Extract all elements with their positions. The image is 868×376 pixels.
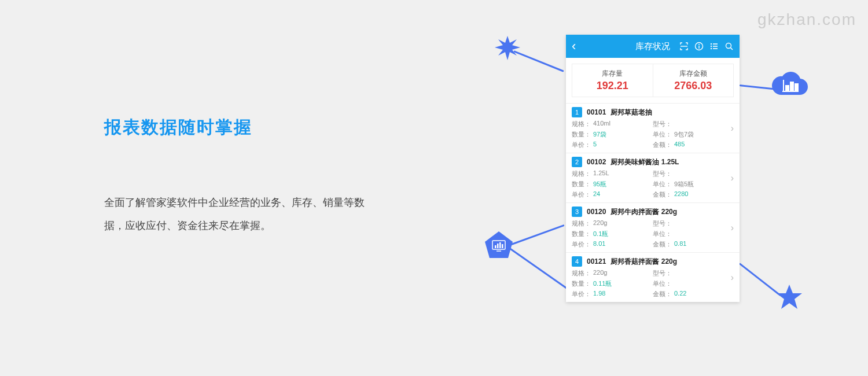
svg-line-25 [731, 48, 733, 50]
svg-point-18 [711, 43, 712, 45]
unit-label: 单位： [653, 130, 672, 139]
svg-rect-17 [698, 46, 699, 49]
summary-value: 2766.03 [653, 80, 734, 92]
phone-mockup: ‹ 库存状况 库存量 192.21 库存金额 2766.03 [566, 35, 740, 302]
amount-label: 金额： [653, 141, 672, 149]
watermark-text: gkzhan.com [757, 10, 856, 29]
spec-label: 规格： [572, 269, 591, 278]
price-label: 单价： [572, 190, 591, 199]
price-value: 5 [593, 141, 597, 149]
chevron-right-icon: › [731, 173, 734, 183]
amount-label: 金额： [653, 240, 672, 249]
summary-stock-qty: 库存量 192.21 [572, 64, 653, 97]
svg-rect-5 [795, 84, 798, 91]
summary-stock-amount: 库存金额 2766.03 [653, 64, 734, 97]
list-item[interactable]: 4 00121 厨邦香菇拌面酱 220g 规格：220g 型号： 数量：0.11… [566, 252, 740, 302]
chevron-right-icon: › [731, 123, 734, 134]
svg-rect-10 [497, 244, 499, 248]
svg-marker-13 [777, 285, 802, 309]
search-icon[interactable] [724, 42, 734, 51]
connector-line [510, 224, 565, 246]
scan-icon[interactable] [679, 42, 689, 51]
amount-value: 485 [674, 141, 685, 149]
list-item[interactable]: 3 00120 厨邦牛肉拌面酱 220g 规格：220g 型号： 数量：0.1瓶… [566, 202, 740, 252]
price-value: 8.01 [593, 240, 605, 249]
item-name: 厨邦草菇老抽 [610, 108, 652, 117]
summary-label: 库存量 [572, 69, 653, 79]
description: 全面了解管家婆软件中企业经营的业务、库存、销量等数据，应收应付、资金往来尽在掌握… [104, 191, 365, 237]
info-icon[interactable] [694, 42, 704, 51]
model-label: 型号： [653, 269, 672, 278]
spec-value: 1.25L [593, 169, 609, 178]
price-label: 单价： [572, 290, 591, 298]
list-icon[interactable] [709, 42, 719, 51]
unit-label: 单位： [653, 230, 672, 238]
unit-value: 9箱5瓶 [674, 180, 694, 189]
spec-value: 220g [593, 269, 607, 278]
item-code: 00120 [587, 208, 606, 216]
headline: 报表数据随时掌握 [104, 116, 365, 139]
svg-rect-12 [502, 244, 503, 248]
svg-rect-3 [786, 86, 789, 91]
summary-label: 库存金额 [653, 69, 734, 79]
qty-label: 数量： [572, 130, 591, 139]
svg-rect-19 [713, 43, 718, 45]
marketing-text-block: 报表数据随时掌握 全面了解管家婆软件中企业经营的业务、库存、销量等数据，应收应付… [104, 116, 365, 237]
item-index-badge: 1 [572, 107, 582, 117]
qty-label: 数量： [572, 230, 591, 238]
svg-rect-21 [713, 46, 718, 47]
summary-card: 库存量 192.21 库存金额 2766.03 [572, 64, 734, 97]
qty-value: 97袋 [593, 130, 606, 139]
amount-label: 金额： [653, 290, 672, 298]
amount-value: 2280 [674, 190, 688, 199]
inventory-list: 1 00101 厨邦草菇老抽 规格：410ml 型号： 数量：97袋 单位：9包… [566, 103, 740, 302]
chevron-right-icon: › [731, 272, 734, 283]
app-header: ‹ 库存状况 [566, 35, 740, 58]
item-index-badge: 2 [572, 157, 582, 167]
model-label: 型号： [653, 169, 672, 178]
spec-value: 220g [593, 219, 607, 228]
pentagon-monitor-icon [484, 230, 514, 260]
svg-marker-6 [485, 231, 513, 258]
qty-label: 数量： [572, 279, 591, 288]
star-icon [775, 283, 803, 311]
model-label: 型号： [653, 120, 672, 128]
chevron-right-icon: › [731, 223, 734, 233]
item-code: 00101 [587, 108, 606, 116]
svg-point-24 [726, 43, 731, 49]
qty-value: 0.1瓶 [593, 230, 608, 238]
unit-value: 9包7袋 [674, 130, 694, 139]
starburst-icon [495, 35, 520, 60]
connector-line [509, 248, 574, 293]
amount-label: 金额： [653, 190, 672, 199]
list-item[interactable]: 2 00102 厨邦美味鲜酱油 1.25L 规格：1.25L 型号： 数量：95… [566, 153, 740, 202]
spec-label: 规格： [572, 169, 591, 178]
price-value: 1.98 [593, 290, 605, 298]
item-name: 厨邦美味鲜酱油 1.25L [610, 157, 679, 167]
item-name: 厨邦牛肉拌面酱 220g [610, 207, 677, 217]
connector-line [514, 50, 564, 72]
connector-line [739, 263, 781, 296]
svg-point-22 [711, 48, 712, 49]
item-index-badge: 4 [572, 256, 582, 267]
unit-label: 单位： [653, 279, 672, 288]
amount-value: 0.81 [674, 240, 686, 249]
item-code: 00102 [587, 158, 606, 166]
list-item[interactable]: 1 00101 厨邦草菇老抽 规格：410ml 型号： 数量：97袋 单位：9包… [566, 103, 740, 153]
svg-point-16 [698, 44, 700, 45]
item-code: 00121 [587, 257, 606, 266]
spec-label: 规格： [572, 219, 591, 228]
model-label: 型号： [653, 219, 672, 228]
unit-label: 单位： [653, 180, 672, 189]
spec-value: 410ml [593, 120, 610, 128]
cloud-chart-icon [770, 69, 811, 104]
price-value: 24 [593, 190, 600, 199]
price-label: 单价： [572, 240, 591, 249]
item-index-badge: 3 [572, 207, 582, 217]
svg-marker-0 [495, 36, 520, 60]
price-label: 单价： [572, 141, 591, 149]
qty-value: 95瓶 [593, 180, 606, 189]
svg-rect-4 [790, 82, 793, 91]
spec-label: 规格： [572, 120, 591, 128]
summary-value: 192.21 [572, 80, 653, 92]
